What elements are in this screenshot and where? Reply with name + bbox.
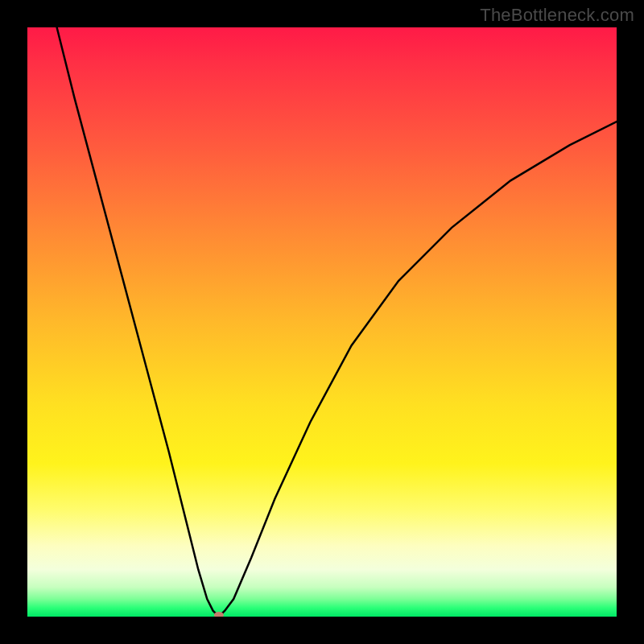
curve-svg [27,27,617,617]
watermark-text: TheBottleneck.com [480,5,634,26]
bottleneck-curve [57,27,617,617]
plot-area [27,27,617,617]
chart-frame: TheBottleneck.com [0,0,644,644]
